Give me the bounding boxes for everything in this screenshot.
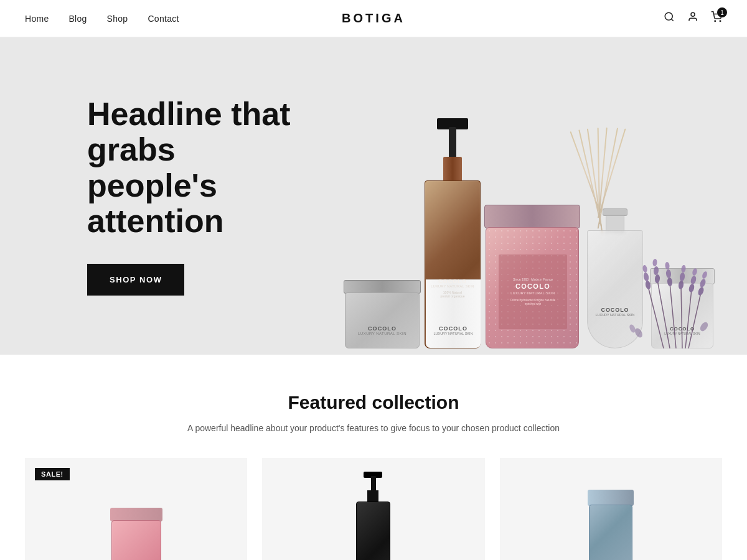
mini-blue-bottle (589, 489, 632, 560)
nav-blog[interactable]: Blog (68, 14, 87, 24)
svg-point-16 (665, 262, 670, 270)
mini-pump-dark (356, 483, 390, 560)
nav-links: Home Blog Shop Contact (25, 14, 179, 24)
products-grid: SALE! (25, 458, 722, 560)
cart-count: 1 (717, 7, 727, 17)
hero-headline: Headline that grabs people's attention (87, 96, 311, 239)
svg-point-14 (667, 278, 672, 287)
svg-point-2 (691, 12, 695, 16)
svg-point-19 (679, 273, 685, 282)
svg-point-20 (681, 265, 687, 273)
pump-bottle: COCOLO LUXURY NATURAL SKIN COCOLO LUXURY… (425, 137, 481, 348)
svg-point-28 (702, 271, 708, 279)
svg-point-10 (654, 274, 660, 284)
featured-title: Featured collection (25, 392, 722, 413)
svg-point-24 (692, 268, 698, 276)
jar-large-pink: Since 1983 · Made in France COCOLO LUXUR… (486, 205, 579, 348)
hero-content: Headline that grabs people's attention S… (0, 96, 311, 296)
product-group: COCOLO LUXURY NATURAL SKIN COCOLO LUXURY… (345, 137, 713, 348)
nav-home[interactable]: Home (25, 14, 49, 24)
shop-now-button[interactable]: SHOP NOW (87, 264, 184, 296)
svg-point-4 (720, 21, 721, 22)
svg-point-15 (665, 269, 671, 279)
product-card-2[interactable] (262, 458, 484, 560)
svg-point-0 (665, 12, 672, 20)
mini-pink-jar (111, 508, 161, 560)
svg-point-27 (699, 278, 707, 288)
svg-point-11 (653, 266, 659, 276)
product-card-3[interactable] (500, 458, 722, 560)
navbar: Home Blog Shop Contact BOTIGA 1 (0, 0, 747, 37)
svg-line-9 (657, 280, 670, 348)
svg-point-6 (645, 280, 651, 289)
nav-shop[interactable]: Shop (107, 14, 128, 24)
product-illustration-3 (500, 458, 722, 560)
svg-line-5 (648, 286, 664, 348)
svg-point-8 (642, 264, 648, 273)
search-icon[interactable] (664, 11, 675, 26)
svg-line-13 (670, 283, 676, 348)
user-icon[interactable] (687, 11, 698, 26)
cart-icon[interactable]: 1 (711, 11, 722, 26)
svg-point-7 (643, 272, 649, 281)
lavender-decoration (614, 236, 713, 348)
nav-actions: 1 (664, 11, 722, 26)
svg-point-22 (688, 283, 695, 293)
svg-point-23 (690, 275, 697, 285)
featured-section: Featured collection A powerful headline … (0, 355, 747, 560)
svg-line-17 (681, 286, 682, 348)
svg-point-12 (652, 259, 657, 267)
featured-subtitle: A powerful headline about your product's… (187, 423, 560, 433)
brand-logo[interactable]: BOTIGA (342, 11, 405, 26)
hero-section: Headline that grabs people's attention S… (0, 37, 747, 355)
product-illustration-2 (262, 458, 484, 560)
svg-point-26 (697, 286, 705, 296)
nav-contact[interactable]: Contact (148, 14, 179, 24)
svg-point-18 (678, 281, 684, 290)
product-card-1[interactable]: SALE! (25, 458, 247, 560)
svg-point-3 (715, 21, 716, 22)
jar-small: COCOLO LUXURY NATURAL SKIN (345, 280, 420, 348)
svg-point-31 (698, 321, 709, 333)
svg-line-1 (671, 19, 673, 21)
hero-products: COCOLO LUXURY NATURAL SKIN COCOLO LUXURY… (311, 37, 747, 355)
sale-badge: SALE! (35, 468, 70, 480)
